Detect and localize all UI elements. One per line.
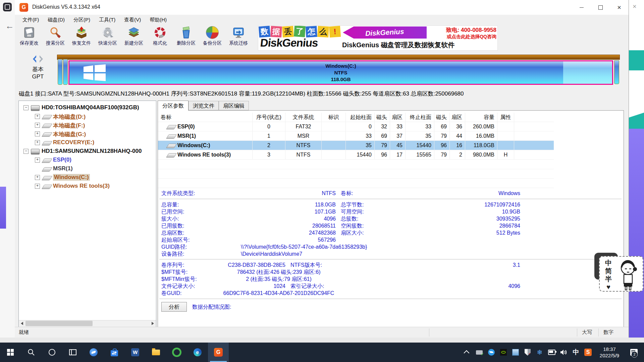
tree-item-label[interactable]: MSR(1) [53,165,73,172]
tray-sogou[interactable]: S [584,343,592,362]
tree-item-esp[interactable]: + ESP(0) [19,156,156,165]
tray-printer[interactable] [476,343,483,362]
ime-heart-icon[interactable]: ♥ [604,283,612,291]
tray-intel-graphics[interactable] [512,343,519,362]
tray-power[interactable] [548,343,555,362]
tree-item-label-selected[interactable]: Windows(C:) [53,174,90,181]
system-migration-button[interactable]: 系统迁移 [225,25,252,50]
tree-item-label[interactable]: ESP(0) [53,157,71,163]
pinned-app-store[interactable] [104,343,125,362]
ad-banner[interactable]: 数 据 丢 了 怎 么 ! DiskGenius DiskGenius 致电: … [258,25,498,51]
col-header[interactable]: 序号(状态) [253,113,285,122]
cortana-button[interactable] [42,343,62,362]
tree-item-hd1[interactable]: − HD1:SAMSUNGMZNLN128HAHQ-000 [19,147,156,156]
tree-item-label[interactable]: Windows RE tools(3) [53,183,110,189]
menu-tools[interactable]: 工具(T) [95,15,120,25]
backup-partition-button[interactable]: 备份分区 [199,25,225,50]
format-button[interactable]: 格式化 [147,25,173,50]
table-row-msr[interactable]: MSR(1) 1 MSR 33 69 37 35 79 44 16.0MB [158,131,554,141]
table-row-windows-re[interactable]: Windows RE tools(3) 3 NTFS 15440 96 17 1… [158,150,554,160]
partition-block-esp[interactable] [58,59,62,85]
col-header[interactable]: 文件系统 [285,113,322,122]
expand-icon[interactable]: + [35,184,40,189]
menu-help[interactable]: 帮助(H) [145,15,171,25]
collapse-icon[interactable]: − [23,149,29,154]
menu-file[interactable]: 文件(F) [18,15,43,25]
tree-item-local-g[interactable]: + 本地磁盘(G:) [19,130,156,138]
tree-horizontal-scrollbar[interactable] [19,320,156,327]
menu-partition[interactable]: 分区(P) [69,15,95,25]
scroll-left-icon[interactable] [19,320,25,326]
taskbar-search-button[interactable] [21,343,42,362]
tree-item-label[interactable]: 本地磁盘(F:) [53,122,85,129]
collapse-icon[interactable]: − [23,105,29,110]
expand-icon[interactable]: + [35,123,40,128]
tray-nvidia[interactable] [500,343,507,362]
tab-browse-files[interactable]: 浏览文件 [189,101,219,110]
tray-volume[interactable] [560,343,568,362]
expand-icon[interactable]: + [35,140,40,145]
task-view-button[interactable] [62,343,83,362]
minimize-button[interactable] [572,0,591,15]
col-header[interactable]: 扇区 [450,113,465,122]
col-header[interactable]: 属性 [497,113,514,122]
table-row-windows-c-selected[interactable]: Windows(C:) 2 NTFS 35 79 45 15440 96 16 … [158,141,554,150]
start-button[interactable] [0,343,21,362]
expand-icon[interactable]: + [35,114,40,119]
tree-item-label[interactable]: 本地磁盘(D:) [53,113,86,121]
tab-sector-edit[interactable]: 扇区编辑 [219,101,249,110]
pinned-app-messenger[interactable] [83,343,104,362]
tab-partition-params[interactable]: 分区参数 [158,101,189,111]
tree-item-recovery-e[interactable]: + RECOVERY(E:) [19,138,156,147]
tray-security[interactable] [524,343,531,362]
ad-qq-link[interactable]: 或点击此处选择QQ咨询 [428,34,496,40]
partition-block-re-tools[interactable] [614,60,619,84]
save-changes-button[interactable]: 保存更改 [16,25,42,50]
table-row-esp[interactable]: ESP(0) 0 FAT32 0 32 33 33 69 36 260.0MB [158,122,554,131]
pinned-app-explorer[interactable] [146,343,166,362]
tray-ime-indicator[interactable]: 中 [572,343,580,362]
col-header[interactable]: 容量 [465,113,497,122]
search-partition-button[interactable]: 搜索分区 [42,25,68,50]
expand-icon[interactable]: + [35,158,40,163]
pinned-app-word[interactable]: W [125,343,146,362]
tree-item-label[interactable]: RECOVERY(E:) [53,139,94,146]
disk-nav-arrows-icon[interactable] [31,55,46,63]
scrollbar-thumb[interactable] [25,321,93,326]
taskbar-diskgenius-active[interactable]: G [208,343,229,362]
ime-halfwidth-label[interactable]: 半 [604,275,612,283]
menu-disk[interactable]: 磁盘(D) [43,15,69,25]
expand-icon[interactable]: + [35,175,40,180]
recover-files-button[interactable]: 恢复文件 [68,25,95,50]
ime-mode-labels[interactable]: 中 简 半 ♥ [604,259,612,291]
tree-item-label[interactable]: HD1:SAMSUNGMZNLN128HAHQ-000 [42,148,142,155]
tree-item-hd0[interactable]: − HD0:TOSHIBAMQ04ABF100(932GB) [19,104,156,112]
ime-simplified-label[interactable]: 简 [604,267,612,275]
col-header[interactable]: 磁头 [434,113,450,122]
partition-block-msr[interactable] [63,59,68,85]
tray-freeze-tool[interactable]: ❄ [536,343,543,362]
menu-view[interactable]: 查看(V) [120,15,145,25]
col-header[interactable]: 起始柱面 [346,113,375,122]
tree-item-windows-re[interactable]: + Windows RE tools(3) [19,182,156,191]
delete-partition-button[interactable]: 删除分区 [173,25,199,50]
analyze-button[interactable]: 分析 [161,302,187,312]
tree-item-windows-c[interactable]: + Windows(C:) [19,173,156,182]
col-header[interactable]: 卷标 [158,113,253,122]
pinned-app-edge[interactable]: e [187,343,208,362]
scroll-right-icon[interactable] [150,320,156,326]
tray-expand-button[interactable] [464,343,471,362]
back-arrow-icon[interactable]: ← [5,21,14,31]
tree-item-local-d[interactable]: + 本地磁盘(D:) [19,112,156,121]
tree-item-msr[interactable]: MSR(1) [19,165,156,173]
maximize-button[interactable] [591,0,610,15]
taskbar-clock[interactable]: 18:37 2022/5/9 [596,343,623,362]
col-header[interactable]: 磁头 [375,113,390,122]
tray-messenger[interactable] [488,343,495,362]
ime-floating-panel[interactable]: 中 简 半 ♥ [599,256,643,292]
pinned-app-browser[interactable] [166,343,187,362]
expand-icon[interactable]: + [35,131,40,136]
close-button[interactable]: × [610,0,629,15]
col-header[interactable]: 扇区 [390,113,406,122]
tree-item-local-f[interactable]: + 本地磁盘(F:) [19,121,156,130]
